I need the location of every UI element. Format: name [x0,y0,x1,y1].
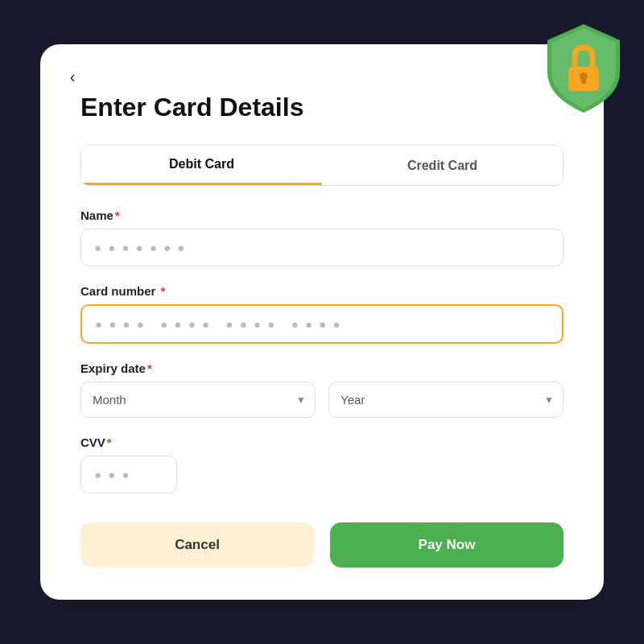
cvv-label: CVV* [80,436,564,449]
cancel-button[interactable]: Cancel [80,522,314,568]
cvv-required-star: * [107,436,112,449]
tab-debit-card[interactable]: Debit Card [81,146,322,185]
expiry-label: Expiry date* [80,361,564,375]
cvv-input[interactable] [80,456,177,493]
year-select-wrapper: Year 202420252026 202720282029 2030 ▼ [328,382,564,418]
pay-now-button[interactable]: Pay Now [330,522,564,568]
card-number-input[interactable] [80,304,564,344]
cvv-field-group: CVV* [80,436,564,493]
back-button[interactable]: ‹ [60,64,85,89]
page-title: Enter Card Details [80,93,564,122]
month-select[interactable]: Month 010203 040506 070809 101112 [80,382,316,418]
name-field-group: Name* [80,208,564,266]
month-select-wrapper: Month 010203 040506 070809 101112 ▼ [80,382,316,418]
svg-rect-2 [581,76,586,84]
card-number-label: Card number * [80,284,564,298]
card-number-required-star: * [157,284,165,298]
name-label: Name* [80,208,564,222]
card-details-panel: ‹ Enter Card Details Debit Card Credit C… [40,44,604,600]
card-type-tabs: Debit Card Credit Card [80,145,564,186]
back-icon: ‹ [70,68,76,86]
security-shield [539,20,628,117]
tab-credit-card[interactable]: Credit Card [322,146,563,185]
name-input[interactable] [80,229,564,266]
action-buttons: Cancel Pay Now [80,522,564,568]
expiry-row: Month 010203 040506 070809 101112 ▼ Year… [80,382,564,418]
card-number-field-group: Card number * [80,284,564,344]
year-select[interactable]: Year 202420252026 202720282029 2030 [328,382,564,418]
expiry-required-star: * [147,361,152,375]
name-required-star: * [115,208,120,222]
expiry-field-group: Expiry date* Month 010203 040506 070809 … [80,361,564,418]
